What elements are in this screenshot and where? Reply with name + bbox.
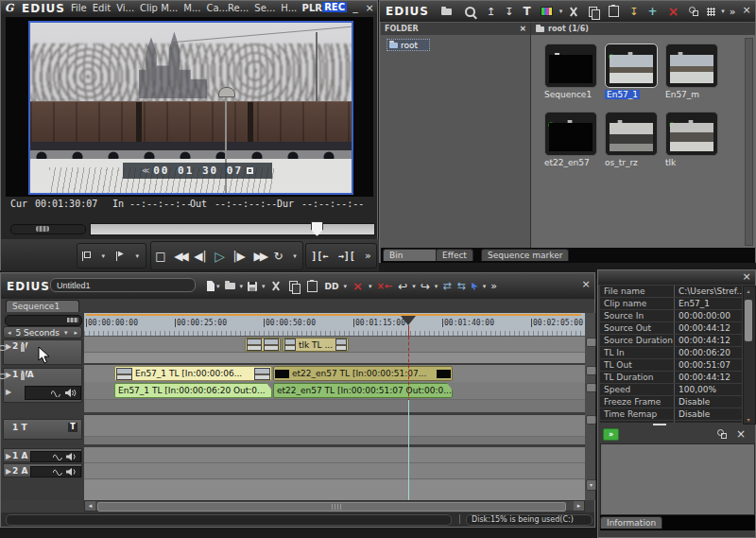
timescale-caret[interactable]: ▾ [64, 329, 68, 337]
add-clip-button[interactable]: + [647, 5, 657, 18]
menu-clip[interactable]: Clip M... [140, 3, 178, 13]
open-project-button[interactable] [225, 283, 235, 289]
effects-list-button[interactable]: » [603, 428, 619, 441]
monitor-close-button[interactable]: × [363, 2, 376, 14]
timeline-ruler[interactable]: 00:00:00:00 00:00:25:00 00:00:50:00 00:0… [84, 313, 585, 337]
track-height-button[interactable] [586, 415, 596, 425]
waveform-icon[interactable] [53, 454, 63, 460]
track-row-2v-mixer[interactable] [84, 353, 585, 365]
undo-button[interactable]: ↩ [398, 280, 407, 293]
shuttle-slider[interactable] [10, 224, 86, 234]
bin-item-en57-1[interactable]: En57_1 [605, 43, 660, 106]
ripple-sync-button[interactable]: ⇄ [442, 280, 451, 292]
tab-sequence1[interactable]: Sequence1 [6, 300, 79, 312]
set-in-caret[interactable]: ▾ [102, 252, 106, 260]
next-frame-button[interactable]: |▶ [233, 250, 246, 263]
information-close-button[interactable]: × [740, 270, 753, 283]
track-header-1va[interactable]: ▶ 1 VA ▶ [3, 368, 82, 403]
redo-button[interactable]: ↪ [421, 280, 430, 293]
clip-tlk[interactable]: tlk TL ... [283, 338, 349, 352]
track-height-button[interactable] [586, 383, 596, 392]
tab-effect[interactable]: Effect [436, 249, 473, 261]
timeline-more-button[interactable]: » [490, 280, 497, 292]
bin-item-en57-m[interactable]: En57_m [665, 43, 720, 106]
position-marker[interactable] [311, 221, 323, 236]
ripple-mode-button[interactable]: DD [325, 282, 339, 291]
undo-caret[interactable]: ▾ [412, 283, 416, 290]
track-row-1t[interactable] [84, 415, 585, 437]
waveform-icon[interactable] [51, 390, 61, 397]
video-track-icon[interactable] [20, 373, 26, 380]
stop-button[interactable]: □ [155, 250, 165, 263]
new-caret[interactable]: ▾ [216, 283, 220, 290]
cut-clip-button[interactable] [271, 281, 281, 291]
view-button[interactable] [707, 8, 715, 16]
monitor-titlebar[interactable]: G EDIUS File Edit Vi... Clip M... M... C… [1, 1, 377, 15]
menu-edit[interactable]: Edit [93, 3, 111, 13]
menu-marker[interactable]: M... [183, 3, 200, 13]
position-slider[interactable] [90, 223, 375, 235]
view-caret[interactable]: ▾ [721, 8, 725, 15]
bin-item-sequence1[interactable]: Sequence1 [544, 43, 599, 106]
loop-caret[interactable]: ▾ [293, 252, 297, 260]
track-header-1a[interactable]: ▶ 1 A [3, 448, 82, 462]
project-name-input[interactable] [50, 278, 196, 292]
clip-en57-audio[interactable]: En57_1 TL [In:00:00:06:20 Out:0... [114, 383, 272, 398]
delete-button[interactable]: × [667, 4, 679, 19]
track-header-1t[interactable]: 1 T T [3, 419, 82, 440]
redo-caret[interactable]: ▾ [435, 283, 438, 290]
play-button[interactable]: ▷ [215, 249, 225, 264]
timescale-select[interactable]: ◂ 5 Seconds ▾ ▸ [3, 326, 82, 338]
scroll-right-button[interactable]: ▸ [574, 501, 584, 511]
cursor-tool-button[interactable] [472, 283, 478, 290]
capture-button[interactable]: ↧ [629, 6, 638, 18]
visibility-icon[interactable] [0, 373, 7, 379]
copy-clip-button[interactable] [289, 281, 298, 291]
colorbars-caret[interactable]: ▾ [559, 8, 563, 15]
new-folder-button[interactable] [441, 9, 452, 15]
open-caret[interactable]: ▾ [240, 283, 244, 290]
rewind-button[interactable]: ◀◀ [174, 250, 185, 263]
bin-scrollbar[interactable] [745, 38, 753, 246]
video-track-icon[interactable] [20, 344, 26, 352]
track-header-2a[interactable]: ▶ 2 A [3, 463, 82, 477]
clip-et22-audio[interactable]: et22_en57 TL [In:00:00:51:07 Out:00:0... [273, 383, 453, 398]
rec-button[interactable]: REC [322, 2, 347, 12]
sync-mode-button[interactable]: ⇆ [457, 280, 466, 292]
shuttle-handle[interactable] [36, 226, 49, 232]
monitor-minimize-button[interactable]: _ [349, 1, 362, 13]
bin-more-button[interactable]: » [730, 6, 736, 18]
timeline-hscrollbar[interactable]: ◂ ▸ [84, 500, 585, 512]
transport-more-button[interactable]: » [365, 250, 371, 262]
timeline-close-button[interactable]: × [579, 278, 593, 290]
menu-file[interactable]: File [71, 3, 87, 13]
tab-sequence-marker[interactable]: Sequence marker [481, 249, 569, 261]
timeline-titlebar[interactable]: EDIUS ▾ ▾ ▾ DD ▾ × ▾ ×← ↩ ▾ ↪ ▾ ⇄ ⇆ ▾ » … [1, 273, 594, 299]
effect-properties-button[interactable] [717, 429, 727, 439]
expand-arrow[interactable]: ▶ [6, 388, 11, 396]
menu-view[interactable]: Vi... [116, 3, 134, 13]
timescale-right-arrow[interactable]: ▸ [74, 329, 77, 337]
copy-button[interactable] [589, 7, 597, 17]
paste-button[interactable] [609, 6, 619, 17]
folder-tree-root-item[interactable]: root [387, 39, 430, 51]
set-out-caret[interactable]: ▾ [136, 252, 140, 260]
track-height-button[interactable] [586, 366, 596, 375]
scroll-down-button[interactable]: ▾ [744, 415, 753, 424]
delete-clip-button[interactable]: × [352, 279, 363, 293]
menu-settings[interactable]: Se... [254, 3, 275, 13]
folder-panel-close-button[interactable]: × [519, 23, 526, 35]
goto-out-button[interactable]: →][ [338, 251, 355, 261]
playhead-marker[interactable] [401, 316, 416, 325]
search-button[interactable] [465, 7, 475, 17]
ripple-delete-button[interactable]: ×← [376, 281, 392, 291]
clip-en57-video[interactable]: En57_1 TL [In:00:00:06... [114, 366, 272, 381]
scrollbar-thumb[interactable] [745, 300, 752, 341]
speaker-icon[interactable] [66, 468, 77, 476]
bin-item-os-tr-rz[interactable]: os_tr_rz [605, 112, 660, 174]
delete-caret[interactable]: ▾ [369, 283, 372, 290]
goto-in-button[interactable]: ][← [311, 251, 328, 261]
effect-delete-button[interactable]: × [734, 427, 747, 441]
hscroll-thumb[interactable] [97, 502, 566, 512]
ripple-caret[interactable]: ▾ [344, 283, 348, 290]
